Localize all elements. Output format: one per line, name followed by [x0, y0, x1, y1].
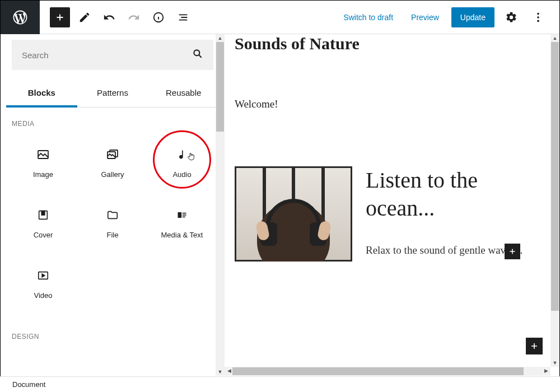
block-video[interactable]: Video	[8, 253, 78, 314]
footer-breadcrumb[interactable]: Document	[0, 376, 560, 392]
search-input[interactable]	[22, 50, 192, 60]
block-label: Gallery	[101, 170, 124, 179]
section-media-title: MEDIA	[6, 108, 219, 132]
edit-mode-icon[interactable]	[74, 7, 95, 27]
undo-icon[interactable]	[99, 7, 119, 27]
switch-to-draft-button[interactable]: Switch to draft	[338, 8, 399, 26]
paragraph-block[interactable]: Welcome!	[235, 98, 544, 110]
update-button[interactable]: Update	[451, 7, 494, 27]
block-audio[interactable]: Audio	[147, 132, 217, 193]
gallery-icon	[106, 147, 119, 162]
block-media-text[interactable]: Media & Text	[147, 193, 217, 253]
canvas-scrollbar-horizontal[interactable]: ◀ ▶	[225, 367, 550, 376]
tab-blocks[interactable]: Blocks	[6, 80, 77, 108]
scroll-right-arrow[interactable]: ▶	[542, 367, 550, 375]
svg-line-7	[199, 55, 202, 58]
block-appender-button[interactable]	[526, 338, 543, 354]
search-icon	[192, 48, 203, 62]
wordpress-logo[interactable]	[1, 1, 40, 34]
section-design-title: DESIGN	[6, 314, 219, 345]
block-file[interactable]: File	[78, 193, 147, 253]
settings-gear-icon[interactable]	[501, 7, 521, 27]
block-label: Image	[33, 170, 53, 179]
svg-rect-13	[183, 212, 186, 213]
scrollbar-thumb[interactable]	[232, 367, 524, 375]
media-text-heading[interactable]: Listen to the ocean...	[366, 166, 544, 222]
toolbar-left	[40, 7, 193, 27]
editor-canvas[interactable]: Sounds of Nature Welcome! Listen to the …	[225, 34, 559, 376]
scrollbar-thumb[interactable]	[216, 42, 224, 132]
svg-rect-14	[183, 214, 186, 216]
sidebar-scrollbar[interactable]: ▲ ▼	[216, 34, 225, 376]
block-label: Video	[34, 291, 52, 300]
outline-icon[interactable]	[173, 7, 193, 27]
search-box[interactable]	[12, 40, 213, 70]
block-label: Media & Text	[161, 231, 203, 239]
media-blocks-grid: Image Gallery Audio Cover File	[6, 132, 219, 314]
media-text-block[interactable]: Listen to the ocean... Relax to the soun…	[235, 166, 544, 262]
add-block-button[interactable]	[50, 7, 70, 27]
svg-rect-15	[183, 216, 185, 217]
info-icon[interactable]	[148, 7, 169, 27]
audio-icon	[176, 147, 188, 162]
block-cover[interactable]: Cover	[8, 193, 78, 253]
cover-icon	[37, 207, 49, 223]
toolbar-right: Switch to draft Preview Update	[338, 7, 559, 27]
more-menu-icon[interactable]	[528, 7, 548, 27]
canvas-scrollbar-vertical[interactable]: ▲ ▼	[550, 34, 559, 367]
svg-point-6	[194, 50, 199, 55]
block-label: Cover	[34, 231, 53, 239]
scroll-up-arrow[interactable]: ▲	[550, 34, 559, 42]
block-label: Audio	[172, 170, 191, 179]
inserter-tabs: Blocks Patterns Reusable	[6, 80, 219, 108]
media-text-icon	[175, 207, 189, 223]
video-icon	[36, 268, 50, 283]
media-text-content[interactable]: Listen to the ocean... Relax to the soun…	[366, 166, 544, 259]
svg-point-4	[537, 16, 539, 18]
block-image[interactable]: Image	[8, 132, 78, 193]
inline-add-button[interactable]	[505, 244, 520, 259]
image-icon	[36, 147, 50, 162]
top-toolbar: Switch to draft Preview Update	[1, 1, 559, 34]
svg-point-3	[537, 12, 539, 15]
scroll-down-arrow[interactable]: ▼	[216, 368, 225, 376]
block-label: File	[107, 231, 119, 239]
preview-button[interactable]: Preview	[405, 8, 445, 26]
main-area: Blocks Patterns Reusable MEDIA Image Gal…	[1, 34, 559, 376]
svg-point-5	[537, 20, 539, 22]
cursor-hand-icon	[186, 151, 195, 164]
svg-rect-11	[41, 211, 45, 214]
tab-reusable[interactable]: Reusable	[148, 80, 219, 107]
breadcrumb-document[interactable]: Document	[12, 380, 45, 389]
tab-patterns[interactable]: Patterns	[77, 80, 148, 107]
svg-rect-12	[178, 212, 182, 218]
block-inserter-panel: Blocks Patterns Reusable MEDIA Image Gal…	[1, 34, 225, 376]
block-gallery[interactable]: Gallery	[78, 132, 147, 193]
media-image[interactable]	[235, 166, 352, 262]
file-icon	[106, 207, 119, 223]
redo-icon	[124, 7, 144, 27]
scroll-up-arrow[interactable]: ▲	[216, 34, 225, 42]
post-title[interactable]: Sounds of Nature	[235, 34, 544, 53]
scrollbar-thumb[interactable]	[551, 42, 559, 311]
scroll-down-arrow[interactable]: ▼	[550, 359, 559, 367]
